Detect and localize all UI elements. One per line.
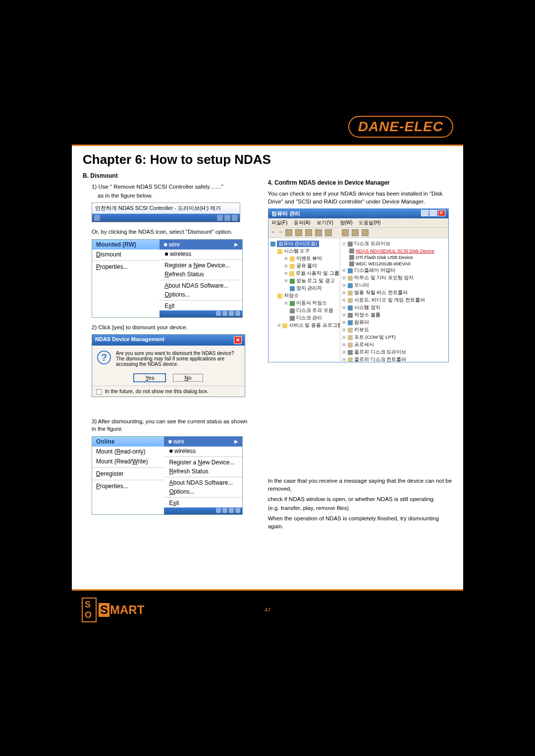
toolbar-icon[interactable]: [305, 229, 312, 236]
tree-item[interactable]: 저장소: [270, 292, 338, 300]
tree-item[interactable]: ⊞범용 직렬 버스 컨트롤러: [342, 289, 446, 297]
dialog-footer-text: In the future, do not show me this dialo…: [105, 388, 209, 394]
tree-item[interactable]: ⊞포트 (COM 및 LPT): [342, 334, 446, 341]
menu-help[interactable]: 도움말(H): [359, 220, 380, 225]
tree-item[interactable]: ⊞시스템 장치: [342, 304, 446, 311]
yes-button[interactable]: Yes: [134, 374, 165, 382]
close-button[interactable]: ✕: [234, 336, 242, 344]
tree-item[interactable]: 디스크 조각 모음: [270, 307, 338, 314]
tree-item[interactable]: ⊞키보드: [342, 326, 446, 334]
menu-item-wire[interactable]: ■ wire▶: [160, 240, 242, 250]
minimize-button[interactable]: _: [421, 210, 428, 216]
menu-item-about[interactable]: About NDAS Software...: [160, 281, 242, 290]
section-4-title: 4. Confirm NDAS device in Device Manager: [268, 179, 452, 186]
tree-item[interactable]: ⊞프로세서: [342, 341, 446, 349]
menu-item-deregister[interactable]: Deregister: [92, 469, 164, 479]
tray-icon: [232, 215, 238, 221]
tree-item[interactable]: WDC WD1200JB-00EVA0: [342, 260, 446, 267]
checkbox-dont-show[interactable]: [96, 389, 102, 395]
menu-action[interactable]: 동작(A): [294, 220, 310, 225]
tree-item[interactable]: ⊟디스크 드라이브: [342, 240, 446, 248]
menu-item-about[interactable]: About NDAS Software...: [164, 478, 242, 487]
note-l2: check if NDAS window is open, or whether…: [268, 496, 452, 504]
menu-header-mounted: Mounted (RW): [92, 240, 160, 250]
tree-item[interactable]: ⊞플로피 디스크 컨트롤러: [342, 356, 446, 362]
tree-item[interactable]: ⊞저장소 볼륨: [342, 311, 446, 319]
tree-item[interactable]: 장치 관리자: [270, 285, 338, 292]
document-page: DANE-ELEC Chapter 6: How to setup NDAS B…: [72, 109, 463, 629]
menu-item-wire[interactable]: ■ wire▶: [164, 437, 242, 447]
tree-item[interactable]: ⊞플로피 디스크 드라이브: [342, 349, 446, 356]
tree-item[interactable]: 디스크 관리: [270, 314, 338, 322]
menu-item-options[interactable]: Options...: [160, 290, 242, 299]
menu-window[interactable]: 창(W): [340, 220, 353, 225]
dialog-message: Are you sure you want to dismount the ND…: [116, 351, 240, 367]
tree-item[interactable]: OTi Flash Disk USB Device: [342, 254, 446, 260]
toolbar-icon[interactable]: [295, 229, 302, 236]
tray-icon: [229, 311, 234, 316]
start-icon: [94, 215, 100, 221]
tray-icon: [217, 215, 223, 221]
toolbar-icon[interactable]: [315, 229, 322, 236]
menu-item-register[interactable]: Register a New Device...: [164, 458, 242, 467]
menu-item-refresh[interactable]: Refresh Status: [160, 270, 242, 279]
header-bar: DANE-ELEC: [72, 109, 463, 146]
tree-item[interactable]: NDAS NDASEMUL SCSI Disk Device: [342, 248, 446, 254]
column-right: 4. Confirm NDAS device in Device Manager…: [268, 172, 452, 533]
menu-item-wireless[interactable]: ■ wireless: [160, 250, 242, 258]
menu-item-register[interactable]: Register a New Device...: [160, 261, 242, 270]
menu-item-mount-ro[interactable]: Mount (Read-only): [92, 447, 164, 456]
toolbar-icon[interactable]: [325, 229, 332, 236]
or-text: Or, by clicking the NDAS icon, select "D…: [83, 228, 253, 236]
menu-item-properties[interactable]: Properties...: [92, 481, 164, 491]
menu-item-refresh[interactable]: Refresh Status: [164, 467, 242, 476]
tree-item[interactable]: ⊞디스플레이 어댑터: [342, 267, 446, 274]
toolbar-icon[interactable]: [342, 229, 349, 236]
close-button[interactable]: ✕: [438, 210, 445, 216]
menu-item-wireless[interactable]: ■ wireless: [164, 447, 242, 455]
note-l4: When the operation of NDAS is completely…: [268, 515, 452, 530]
tree-item[interactable]: ⊞로컬 사용자 및 그룹: [270, 270, 338, 277]
menu-view[interactable]: 보기(V): [317, 220, 333, 225]
dm-title-text: 컴퓨터 관리: [271, 210, 300, 217]
tree-item[interactable]: ⊞공유 폴더: [270, 262, 338, 270]
tree-item[interactable]: 컴퓨터 관리(로컬): [270, 240, 338, 248]
tree-item[interactable]: ⊞성능 로그 및 경고: [270, 277, 338, 285]
menu-item-exit[interactable]: Exit: [160, 302, 242, 310]
step1b-text: as in the figure below.: [83, 192, 253, 200]
menu-item-exit[interactable]: Exit: [164, 499, 242, 507]
menu-right-panel: ■ wire▶ ■ wireless Register a New Device…: [164, 437, 242, 514]
menu-item-properties[interactable]: Properties...: [92, 262, 160, 272]
tree-item[interactable]: ⊞컴퓨터: [342, 319, 446, 326]
dismount-dialog: NDAS Device Management ✕ ? Are you sure …: [92, 334, 245, 397]
device-manager-window: 컴퓨터 관리 _ □ ✕ 파일(F) 동작(A) 보기(V) 창(W) 도움말(…: [268, 208, 449, 362]
no-button[interactable]: No: [173, 374, 203, 382]
tree-item[interactable]: ⊞마우스 및 기타 포인팅 장치: [342, 274, 446, 282]
dm-tree-left: 컴퓨터 관리(로컬) 시스템 도구 ⊞이벤트 뷰어 ⊞공유 폴더 ⊞로컬 사용자…: [268, 238, 340, 362]
menu-item-dismount[interactable]: Dismount: [92, 250, 160, 259]
tree-item[interactable]: ⊞모니터: [342, 282, 446, 289]
toolbar-icon[interactable]: [362, 229, 369, 236]
tray-icon: [224, 215, 230, 221]
menu-item-options[interactable]: Options...: [164, 487, 242, 496]
tree-item[interactable]: ⊞이동식 저장소: [270, 300, 338, 307]
menu-header-online: Online: [92, 437, 164, 447]
toolbar-icon[interactable]: [285, 229, 292, 236]
tray-icon: [222, 508, 227, 513]
tree-item[interactable]: ⊞사운드, 비디오 및 게임 컨트롤러: [342, 297, 446, 304]
tree-item[interactable]: ⊞이벤트 뷰어: [270, 255, 338, 262]
taskbar-bottom: [164, 507, 242, 514]
tree-item[interactable]: 시스템 도구: [270, 248, 338, 255]
dialog-titlebar: NDAS Device Management ✕: [92, 335, 245, 346]
menu-item-mount-rw[interactable]: Mount (Read/Write): [92, 456, 164, 466]
dialog-buttons: Yes No: [92, 372, 245, 386]
note-l3: (e.g. transfer, play, remove files): [268, 504, 452, 512]
content-area: Chapter 6: How to setup NDAS B. Dismount…: [72, 146, 463, 539]
toolbar-icon[interactable]: [352, 229, 359, 236]
section-b-dismount: B. Dismount: [83, 172, 253, 179]
menu-right-panel: ■ wire▶ ■ wireless Register a New Device…: [160, 240, 242, 317]
dm-menubar: 파일(F) 동작(A) 보기(V) 창(W) 도움말(H): [268, 218, 448, 228]
menu-file[interactable]: 파일(F): [271, 220, 288, 225]
tree-item[interactable]: ⊞서비스 및 응용 프로그램: [270, 322, 338, 329]
maximize-button[interactable]: □: [429, 210, 437, 216]
